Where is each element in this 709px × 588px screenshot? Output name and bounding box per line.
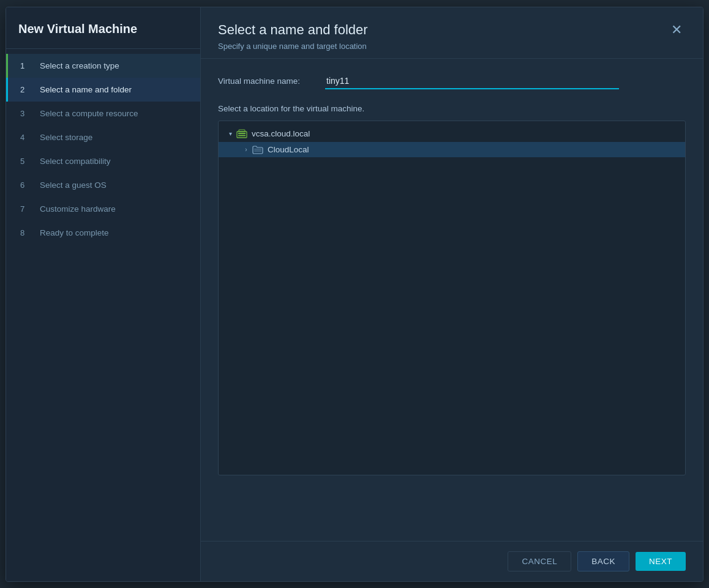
step-num-1: 1 xyxy=(20,61,34,70)
vm-name-input[interactable] xyxy=(325,73,619,89)
sidebar-item-storage[interactable]: 4 Select storage xyxy=(6,125,200,149)
folder-icon xyxy=(252,145,264,154)
sidebar-title: New Virtual Machine xyxy=(6,7,200,49)
datacenter-icon xyxy=(236,129,248,139)
step-label-8: Ready to complete xyxy=(40,228,109,237)
step-label-6: Select a guest OS xyxy=(40,180,107,190)
content-body: Virtual machine name: Select a location … xyxy=(201,59,703,541)
tree-root-label: vcsa.cloud.local xyxy=(252,129,310,138)
sidebar-item-compute-resource[interactable]: 3 Select a compute resource xyxy=(6,102,200,125)
step-label-1: Select a creation type xyxy=(40,61,119,70)
sidebar-item-ready-complete[interactable]: 8 Ready to complete xyxy=(6,221,200,245)
content-panel: Select a name and folder Specify a uniqu… xyxy=(201,7,703,581)
svg-rect-3 xyxy=(239,130,245,132)
step-num-8: 8 xyxy=(20,228,34,237)
vm-name-row: Virtual machine name: xyxy=(218,73,686,89)
step-label-5: Select compatibility xyxy=(40,157,111,166)
svg-rect-5 xyxy=(254,151,261,152)
tree-row-root[interactable]: ▾ vcsa.cloud.local xyxy=(219,126,685,142)
chevron-right-icon: › xyxy=(241,146,252,153)
step-num-2: 2 xyxy=(20,85,34,94)
sidebar-steps: 1 Select a creation type 2 Select a name… xyxy=(6,49,200,581)
svg-rect-4 xyxy=(254,149,261,150)
step-num-6: 6 xyxy=(20,180,34,190)
page-title: Select a name and folder xyxy=(218,22,368,38)
content-header: Select a name and folder Specify a uniqu… xyxy=(201,7,703,59)
svg-rect-0 xyxy=(237,132,247,138)
back-button[interactable]: BACK xyxy=(577,551,629,571)
svg-rect-2 xyxy=(238,135,246,136)
sidebar: New Virtual Machine 1 Select a creation … xyxy=(6,7,201,581)
step-label-4: Select storage xyxy=(40,133,92,142)
step-label-3: Select a compute resource xyxy=(40,109,138,118)
vm-name-label: Virtual machine name: xyxy=(218,76,325,86)
content-header-text: Select a name and folder Specify a uniqu… xyxy=(218,22,368,51)
wizard-container: New Virtual Machine 1 Select a creation … xyxy=(6,7,703,582)
location-label: Select a location for the virtual machin… xyxy=(218,104,686,113)
content-footer: CANCEL BACK NEXT xyxy=(201,541,703,581)
step-num-4: 4 xyxy=(20,133,34,142)
step-label-7: Customize hardware xyxy=(40,204,116,214)
step-num-3: 3 xyxy=(20,109,34,118)
svg-rect-1 xyxy=(238,133,246,134)
step-num-5: 5 xyxy=(20,157,34,166)
step-num-7: 7 xyxy=(20,204,34,214)
tree-container: ▾ vcsa.cloud.local › xyxy=(218,121,686,475)
sidebar-item-name-folder[interactable]: 2 Select a name and folder xyxy=(6,78,200,102)
page-subtitle: Specify a unique name and target locatio… xyxy=(218,42,368,51)
sidebar-item-guest-os[interactable]: 6 Select a guest OS xyxy=(6,173,200,197)
close-button[interactable]: ✕ xyxy=(667,22,686,38)
next-button[interactable]: NEXT xyxy=(636,552,686,571)
sidebar-item-customize-hardware[interactable]: 7 Customize hardware xyxy=(6,197,200,221)
sidebar-item-compatibility[interactable]: 5 Select compatibility xyxy=(6,149,200,173)
tree-row-cloudlocal[interactable]: › CloudLocal xyxy=(219,142,685,157)
chevron-down-icon: ▾ xyxy=(225,130,236,137)
sidebar-item-creation-type[interactable]: 1 Select a creation type xyxy=(6,54,200,78)
cancel-button[interactable]: CANCEL xyxy=(508,551,571,571)
step-label-2: Select a name and folder xyxy=(40,85,132,94)
tree-child-label: CloudLocal xyxy=(268,145,309,154)
vm-name-input-wrap xyxy=(325,73,619,89)
